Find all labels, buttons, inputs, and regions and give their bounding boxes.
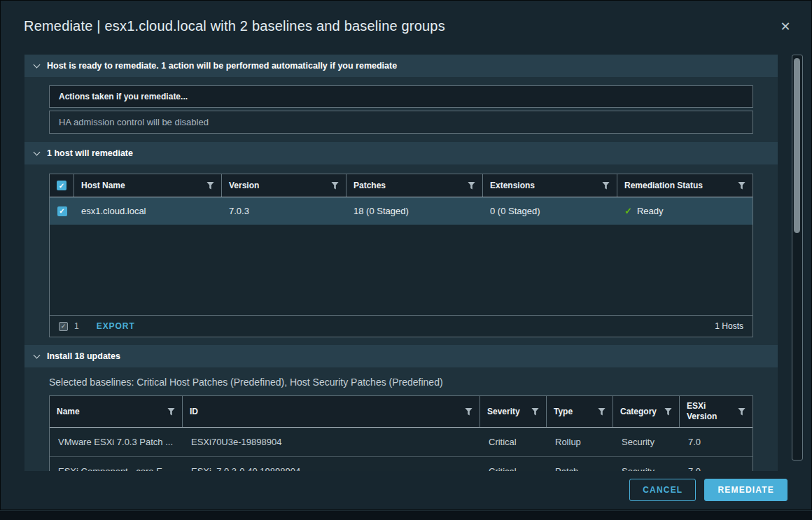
hosts-table-footer: ✓ 1 EXPORT 1 Hosts [50, 315, 752, 337]
cell-name: ESXi Component - core E... [50, 457, 183, 471]
check-icon: ✓ [61, 323, 66, 330]
chevron-down-icon [34, 148, 41, 155]
col-label: Extensions [490, 181, 535, 190]
background-app-strip [0, 510, 812, 520]
row-checkbox-cell: ✓ [50, 197, 74, 225]
updates-table: Name ID Severity Type [49, 395, 753, 471]
col-header-name[interactable]: Name [50, 396, 183, 427]
section-ready-body: Actions taken if you remediate... HA adm… [24, 77, 778, 142]
dialog-scroll-area: Host is ready to remediate. 1 action wil… [24, 55, 778, 471]
cell-patches: 18 (0 Staged) [346, 197, 483, 225]
cell-type: Patch [547, 457, 613, 471]
section-updates-body: Selected baselines: Critical Host Patche… [24, 367, 778, 471]
host-table-row[interactable]: ✓ esx1.cloud.local 7.0.3 18 (0 Staged) 0… [50, 197, 752, 225]
filter-icon[interactable] [331, 182, 339, 190]
section-ready-header[interactable]: Host is ready to remediate. 1 action wil… [24, 55, 778, 77]
cell-category: Security [613, 428, 680, 456]
actions-table-header: Actions taken if you remediate... [49, 85, 753, 108]
vertical-scrollbar[interactable] [792, 55, 803, 461]
close-icon[interactable]: ✕ [776, 17, 794, 36]
col-header-esxi-version[interactable]: ESXi Version [680, 396, 752, 427]
filter-icon[interactable] [598, 408, 606, 416]
hosts-table-header-row: ✓ Host Name Version Patches [50, 174, 752, 197]
section-hosts-title: 1 host will remediate [47, 148, 133, 158]
col-header-severity[interactable]: Severity [480, 396, 547, 427]
cell-extensions: 0 (0 Staged) [483, 197, 617, 225]
hosts-table-empty-area [50, 225, 752, 315]
filter-icon[interactable] [738, 408, 746, 416]
cell-severity: Critical [480, 457, 547, 471]
filter-icon[interactable] [468, 182, 475, 190]
col-label: ID [190, 407, 198, 417]
cell-name: VMware ESXi 7.0.3 Patch ... [50, 428, 183, 456]
scrollbar-thumb[interactable] [794, 58, 800, 233]
col-header-remediation-status[interactable]: Remediation Status [617, 174, 752, 197]
select-all-checkbox[interactable]: ✓ [57, 181, 66, 190]
chevron-down-icon [34, 61, 41, 68]
updates-table-header-row: Name ID Severity Type [50, 396, 752, 428]
export-link[interactable]: EXPORT [97, 321, 135, 331]
filter-icon[interactable] [206, 182, 214, 190]
select-all-cell: ✓ [50, 174, 74, 197]
row-checkbox[interactable]: ✓ [57, 206, 67, 216]
action-item: HA admission control will be disabled [49, 111, 753, 134]
col-header-version[interactable]: Version [222, 174, 346, 197]
col-label: Version [229, 181, 259, 190]
dialog-titlebar: Remediate | esx1.cloud.local with 2 base… [1, 1, 811, 51]
ready-check-icon: ✓ [624, 206, 632, 216]
section-hosts-body: ✓ Host Name Version Patches [24, 164, 778, 345]
cell-id: ESXi70U3e-19898904 [183, 428, 480, 456]
cell-type: Rollup [547, 428, 613, 456]
col-label: Name [57, 407, 80, 417]
chevron-down-icon [34, 351, 41, 358]
selected-baselines-text: Selected baselines: Critical Host Patche… [49, 367, 753, 395]
cell-version: 7.0.3 [222, 197, 346, 225]
col-label: Category [620, 407, 657, 417]
section-hosts-header[interactable]: 1 host will remediate [24, 142, 778, 164]
col-label: ESXi Version [687, 401, 734, 422]
cell-severity: Critical [480, 428, 547, 456]
remediate-button[interactable]: REMEDIATE [704, 479, 788, 501]
cell-esxi-version: 7.0 [680, 428, 752, 456]
section-ready-title: Host is ready to remediate. 1 action wil… [47, 61, 397, 71]
hosts-total: 1 Hosts [715, 321, 743, 331]
col-label: Host Name [81, 181, 125, 190]
selected-count: 1 [74, 321, 79, 331]
filter-icon[interactable] [738, 182, 746, 190]
filter-icon[interactable] [465, 408, 472, 416]
cell-remediation-status: ✓ Ready [617, 197, 752, 225]
cell-category: Security [613, 457, 680, 471]
filter-icon[interactable] [602, 182, 610, 190]
dialog-title: Remediate | esx1.cloud.local with 2 base… [24, 18, 445, 34]
cell-esxi-version: 7.0 [680, 457, 752, 471]
footer-checkbox-icon[interactable]: ✓ [59, 322, 68, 331]
filter-icon[interactable] [167, 408, 175, 416]
check-icon: ✓ [59, 182, 64, 190]
dialog-footer: CANCEL REMEDIATE [629, 479, 788, 501]
col-label: Patches [354, 181, 386, 190]
check-icon: ✓ [59, 207, 64, 215]
section-updates-header[interactable]: Install 18 updates [24, 345, 778, 367]
col-label: Type [554, 407, 573, 417]
remediate-dialog: Remediate | esx1.cloud.local with 2 base… [1, 1, 811, 510]
update-table-row[interactable]: ESXi Component - core E... ESXi_7.0.3-0.… [50, 457, 752, 471]
cell-id: ESXi_7.0.3-0.40.19898904 [183, 457, 480, 471]
hosts-table: ✓ Host Name Version Patches [49, 174, 753, 337]
col-header-type[interactable]: Type [547, 396, 613, 427]
status-text: Ready [637, 206, 664, 216]
col-header-patches[interactable]: Patches [346, 174, 483, 197]
cancel-button[interactable]: CANCEL [629, 479, 696, 501]
col-header-id[interactable]: ID [183, 396, 480, 427]
col-label: Remediation Status [624, 181, 703, 190]
col-header-host-name[interactable]: Host Name [74, 174, 222, 197]
section-updates-title: Install 18 updates [47, 351, 120, 361]
filter-icon[interactable] [664, 408, 672, 416]
cell-host-name: esx1.cloud.local [74, 197, 222, 225]
col-header-extensions[interactable]: Extensions [483, 174, 617, 197]
update-table-row[interactable]: VMware ESXi 7.0.3 Patch ... ESXi70U3e-19… [50, 428, 752, 457]
col-label: Severity [487, 407, 520, 417]
filter-icon[interactable] [531, 408, 539, 416]
col-header-category[interactable]: Category [613, 396, 680, 427]
